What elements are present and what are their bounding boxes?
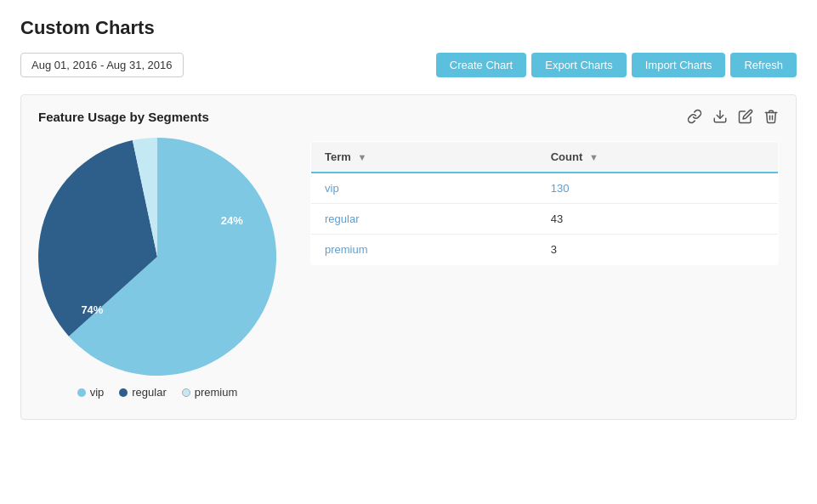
button-group: Create Chart Export Charts Import Charts… — [436, 53, 797, 77]
top-bar: Aug 01, 2016 - Aug 31, 2016 Create Chart… — [20, 53, 797, 77]
chart-title: Feature Usage by Segments — [38, 110, 209, 124]
legend-item-vip: vip — [77, 386, 105, 399]
table-row: premium 3 — [311, 235, 779, 265]
date-range[interactable]: Aug 01, 2016 - Aug 31, 2016 — [20, 53, 184, 77]
pie-chart-container: 74%24% vip regular premium — [38, 138, 276, 399]
edit-icon[interactable] — [738, 109, 753, 124]
term-cell-premium[interactable]: premium — [311, 235, 537, 265]
download-icon[interactable] — [712, 109, 728, 124]
legend-label-premium: premium — [195, 386, 238, 399]
delete-icon[interactable] — [763, 109, 779, 124]
vip-dot — [77, 388, 86, 397]
term-cell-regular[interactable]: regular — [311, 204, 537, 235]
legend-item-regular: regular — [119, 386, 166, 399]
chart-legend: vip regular premium — [77, 386, 238, 399]
term-cell-vip[interactable]: vip — [311, 173, 537, 204]
count-cell-regular: 43 — [537, 204, 779, 235]
create-chart-button[interactable]: Create Chart — [436, 53, 526, 77]
premium-dot — [182, 388, 190, 397]
col-count[interactable]: Count ▼ — [537, 142, 779, 173]
export-charts-button[interactable]: Export Charts — [531, 53, 626, 77]
link-icon[interactable] — [687, 109, 702, 124]
pie-wrapper: 74%24% — [38, 138, 276, 376]
chart-header: Feature Usage by Segments — [38, 109, 779, 124]
legend-item-premium: premium — [182, 386, 238, 399]
data-table: Term ▼ Count ▼ vip 130 regular 43 — [310, 141, 779, 265]
regular-dot — [119, 388, 128, 397]
import-charts-button[interactable]: Import Charts — [632, 53, 726, 77]
table-row: regular 43 — [311, 204, 779, 235]
count-sort-icon: ▼ — [589, 152, 599, 162]
page-title: Custom Charts — [20, 17, 797, 39]
count-cell-vip[interactable]: 130 — [537, 173, 779, 204]
col-term[interactable]: Term ▼ — [311, 142, 537, 173]
table-row: vip 130 — [311, 173, 779, 204]
chart-body: 74%24% vip regular premium — [38, 138, 779, 399]
term-sort-icon: ▼ — [357, 152, 366, 162]
count-cell-premium: 3 — [537, 235, 779, 265]
legend-label-vip: vip — [90, 386, 105, 399]
refresh-button[interactable]: Refresh — [730, 53, 797, 77]
chart-section: Feature Usage by Segments — [20, 94, 797, 420]
chart-actions — [687, 109, 779, 124]
legend-label-regular: regular — [132, 386, 166, 399]
pie-chart — [38, 138, 276, 376]
